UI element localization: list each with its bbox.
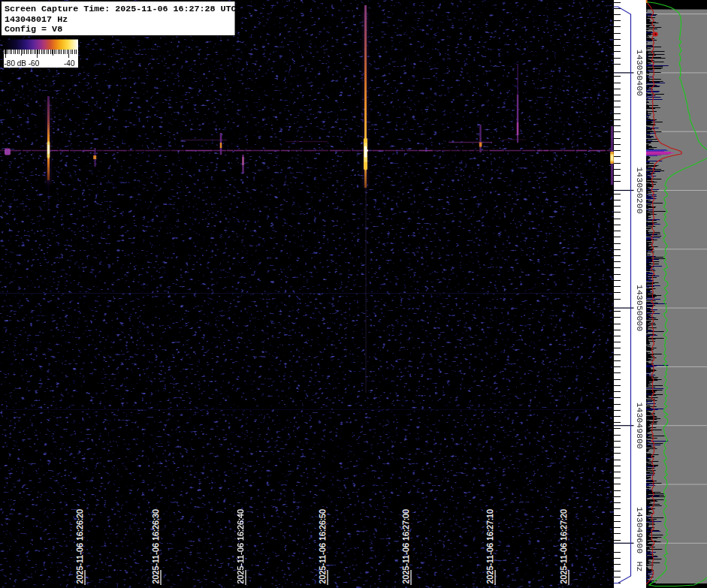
svg-text:2025-11-06 16:27:10: 2025-11-06 16:27:10 (485, 509, 494, 583)
svg-text:143049800: 143049800 (635, 403, 645, 449)
svg-text:2025-11-06 16:27:20: 2025-11-06 16:27:20 (559, 509, 568, 583)
svg-text:Hz: Hz (635, 562, 645, 572)
svg-text:2025-11-06 16:26:30: 2025-11-06 16:26:30 (151, 509, 160, 583)
svg-text:2025-11-06 16:26:40: 2025-11-06 16:26:40 (236, 509, 245, 583)
svg-text:Screen Capture Time: 2025-11-0: Screen Capture Time: 2025-11-06 16:27:28… (5, 4, 237, 14)
svg-text:-80 dB -60: -80 dB -60 (5, 59, 40, 68)
svg-text:-40: -40 (64, 59, 75, 68)
svg-text:2025-11-06 16:26:20: 2025-11-06 16:26:20 (75, 509, 84, 583)
svg-text:143048017 Hz: 143048017 Hz (5, 14, 68, 25)
svg-text:2025-11-06 16:27:00: 2025-11-06 16:27:00 (401, 509, 410, 583)
svg-text:143050000: 143050000 (635, 285, 645, 331)
svg-text:143049600: 143049600 (635, 507, 645, 553)
svg-text:143050400: 143050400 (635, 50, 645, 96)
svg-text:Config = V8: Config = V8 (5, 24, 62, 35)
svg-text:143050200: 143050200 (635, 167, 645, 213)
svg-text:2025-11-06 16:26:50: 2025-11-06 16:26:50 (318, 509, 327, 583)
